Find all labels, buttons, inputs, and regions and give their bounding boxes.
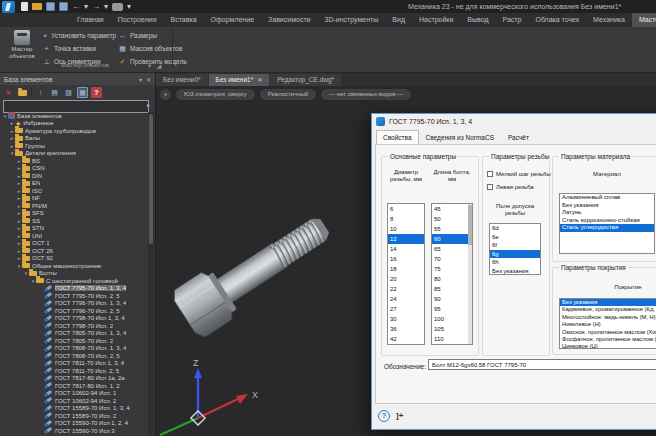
ribbon-tab-Вид[interactable]: Вид — [385, 13, 412, 27]
ribbon-tab-Мастер объектов[interactable]: Мастер объектов — [632, 13, 656, 27]
list-option[interactable]: 12 — [388, 234, 424, 244]
list-option[interactable]: 10 — [388, 224, 424, 234]
undo-dropdown-icon[interactable]: ▾ — [84, 2, 88, 11]
document-tab[interactable]: Без имени1*✕ — [209, 74, 270, 86]
list-option[interactable]: Фосфатное, пропитанное маслом (Хим. Ф — [560, 336, 656, 343]
coating-list[interactable]: Без указанияКадмиевое, хроматированное (… — [559, 298, 656, 349]
preview-icon[interactable]: ▦ — [77, 87, 88, 98]
list-option[interactable]: 110 — [432, 334, 472, 344]
length-list[interactable]: 4550556065707580859095100105110 — [431, 203, 473, 345]
list-option[interactable]: Без указания — [560, 202, 654, 210]
list-option[interactable]: Многослойное: медь-никель (М, Н) — [560, 314, 656, 321]
list-option[interactable]: 50 — [432, 214, 472, 224]
list-option[interactable]: 80 — [432, 274, 472, 284]
list-option[interactable]: Без указания — [490, 267, 540, 276]
tree-item[interactable]: ▾С шестигранной головкой — [0, 277, 148, 285]
tree-item[interactable]: ГОСТ 7796-70 Исп. 1, 3, 4 — [0, 300, 148, 308]
list-option[interactable]: 85 — [432, 284, 472, 294]
list-option[interactable]: 6g — [490, 250, 540, 259]
list-option[interactable]: Никелевое (Н) — [560, 321, 656, 328]
fine-pitch-checkbox[interactable]: Мелкий шаг резьбы — [487, 171, 551, 177]
list-option[interactable]: Окисное, пропитанное маслом (Хим. Окс — [560, 329, 656, 336]
tree-scrollbar[interactable] — [148, 112, 154, 436]
установить-параметр-button[interactable]: ⌖Установить параметр — [42, 29, 116, 42]
qat-dropdown-icon[interactable]: ▾ — [127, 2, 131, 11]
close-tab-icon[interactable]: ✕ — [257, 74, 262, 86]
tree-item[interactable]: ГОСТ 7798-70 Исп 1, 3, 4 — [0, 315, 148, 323]
ribbon-tab-3D-инструменты[interactable]: 3D-инструменты — [318, 13, 386, 27]
tree-item[interactable]: ГОСТ 15589-70 Исп. 2 — [0, 412, 148, 420]
palette-help-icon[interactable]: ? — [91, 87, 102, 98]
list-option[interactable]: 36 — [388, 324, 424, 334]
new-file-icon[interactable] — [21, 2, 28, 11]
delete-element-icon[interactable]: ✕ — [3, 87, 14, 98]
list-option[interactable]: 100 — [432, 314, 472, 324]
tree-item[interactable]: ГОСТ 10602-94 Исп. 1 — [0, 390, 148, 398]
tree-item[interactable]: ▾Болты — [0, 270, 148, 278]
save-all-icon[interactable] — [59, 2, 68, 11]
document-tab[interactable]: Редактор_СЕ.dwg* — [270, 74, 341, 86]
list-option[interactable]: 14 — [388, 244, 424, 254]
list-option[interactable]: 42 — [388, 334, 424, 344]
list-option[interactable]: 27 — [388, 304, 424, 314]
list-option[interactable]: 6f — [490, 241, 540, 250]
redo-icon[interactable]: → — [92, 2, 100, 11]
checkbox-box[interactable] — [487, 171, 493, 177]
undo-icon[interactable]: ← — [72, 2, 80, 11]
list-option[interactable]: Кадмиевое, хроматированное (Кд, хр) — [560, 306, 656, 313]
tree-item[interactable]: ГОСТ 7805-70 Исп. 2 — [0, 337, 148, 345]
list-option[interactable]: 18 — [388, 264, 424, 274]
open-folder-icon[interactable] — [32, 3, 42, 10]
list-option[interactable]: 70 — [432, 254, 472, 264]
list-option[interactable]: Алюминиевый сплав — [560, 194, 654, 202]
tree-item[interactable]: ГОСТ 10602-94 Исп. 2 — [0, 397, 148, 405]
tree-item[interactable]: ▾База элементов — [0, 112, 148, 120]
tolerance-list[interactable]: 6d6e6f6g6hБез указания — [489, 223, 541, 275]
bolt-3d-model[interactable] — [164, 151, 384, 381]
list-option[interactable]: 22 — [388, 284, 424, 294]
tree-item[interactable]: ▸★Избранное — [0, 120, 148, 128]
ribbon-tab-Построения[interactable]: Построения — [111, 13, 164, 27]
sort-icon[interactable]: ▨ — [63, 87, 74, 98]
list-option[interactable]: 65 — [432, 244, 472, 254]
tree-item[interactable]: ГОСТ 7808-70 Исп. 2, 5 — [0, 352, 148, 360]
material-list[interactable]: Алюминиевый сплавБез указанияЛатуньСталь… — [559, 193, 655, 254]
list-option[interactable]: Сталь углеродистая — [560, 224, 654, 232]
ribbon-tab-Вывод[interactable]: Вывод — [460, 13, 495, 27]
elements-view-icon[interactable]: ▤ — [49, 87, 60, 98]
list-option[interactable]: Цинковое (Ц) — [560, 343, 656, 349]
list-option[interactable]: 95 — [432, 304, 472, 314]
dialog-title-bar[interactable]: ГОСТ 7795-70 Исп. 1, 3, 4 — [372, 114, 656, 129]
list-option[interactable]: 8 — [388, 214, 424, 224]
ribbon-tab-Облака точек[interactable]: Облака точек — [528, 13, 586, 27]
add-view-button[interactable]: + — [160, 89, 171, 100]
view-control-button[interactable]: — нет связанных видов — — [321, 89, 411, 100]
list-option[interactable]: 60 — [432, 234, 472, 244]
ribbon-tab-Настройки[interactable]: Настройки — [412, 13, 460, 27]
dialog-help-icon[interactable]: ? — [378, 410, 390, 422]
ribbon-tab-Главная[interactable]: Главная — [70, 13, 111, 27]
tree-item[interactable]: ГОСТ 7805-70 Исп. 1, 3, 4 — [0, 330, 148, 338]
list-option[interactable]: 24 — [388, 294, 424, 304]
checkbox-box[interactable] — [487, 184, 493, 190]
new-folder-icon[interactable] — [17, 87, 28, 98]
ribbon-tab-Механика[interactable]: Механика — [586, 13, 632, 27]
tree-item[interactable]: ▸Валы — [0, 135, 148, 143]
ribbon-tab-Вставка[interactable]: Вставка — [164, 13, 204, 27]
list-option[interactable]: 75 — [432, 264, 472, 274]
размеры-button[interactable]: ↔Размеры — [118, 29, 192, 42]
tree-item[interactable]: ГОСТ 15589-70 Исп. 1, 3, 4 — [0, 405, 148, 413]
list-option[interactable]: 55 — [432, 224, 472, 234]
dialog-tab-Расчёт[interactable]: Расчёт — [501, 130, 536, 144]
dialog-tab-Свойства[interactable]: Свойства — [376, 130, 419, 144]
tree-item[interactable]: ГОСТ 7811-70 Исп. 2, 5 — [0, 367, 148, 375]
tree-item[interactable]: ГОСТ 7808-70 Исп. 1, 3, 4 — [0, 345, 148, 353]
pin-icon[interactable]: ▾ — [139, 76, 142, 83]
designation-input[interactable] — [428, 359, 656, 370]
close-icon[interactable]: ✕ — [146, 76, 151, 83]
list-option[interactable]: Сталь коррозионно-стойкая — [560, 217, 654, 225]
list-option[interactable]: 45 — [432, 204, 472, 214]
list-option[interactable]: Латунь — [560, 209, 654, 217]
tree-item[interactable]: ▸Группы — [0, 142, 148, 150]
panel-options-icon[interactable]: ▾ ◢ — [148, 62, 163, 69]
